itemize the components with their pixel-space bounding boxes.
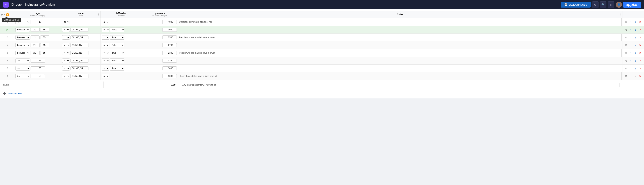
age-to-input[interactable] bbox=[40, 36, 49, 39]
age-to-input[interactable] bbox=[40, 28, 49, 32]
copy-row-button[interactable]: ⧉ bbox=[624, 66, 628, 70]
grid-button[interactable]: ⊞ bbox=[608, 2, 614, 8]
move-down-button[interactable]: ↓ bbox=[634, 43, 638, 47]
state-value-input[interactable] bbox=[70, 43, 88, 47]
ismarried-value-select[interactable]: TrueFalseany bbox=[110, 59, 124, 63]
ismarried-op-select[interactable]: =!=any bbox=[102, 74, 109, 78]
state-op-select[interactable]: =!=any bbox=[62, 28, 70, 32]
age-condition-select[interactable]: <=between>==any bbox=[16, 28, 30, 32]
ismarried-value-select[interactable]: TrueFalseany bbox=[110, 28, 124, 32]
move-down-button[interactable]: ↓ bbox=[634, 74, 638, 78]
delete-row-button[interactable]: ✕ bbox=[638, 66, 642, 70]
copy-row-button[interactable]: ⧉ bbox=[624, 51, 628, 55]
move-down-button[interactable]: ↓ bbox=[634, 51, 638, 55]
age-from-input[interactable] bbox=[30, 36, 40, 39]
premium-input[interactable] bbox=[162, 74, 177, 78]
premium-input[interactable] bbox=[162, 66, 177, 70]
move-up-button[interactable]: ↑ bbox=[629, 28, 633, 32]
add-row-button[interactable]: ➕ Add New Row bbox=[0, 90, 644, 97]
ismarried-op-select[interactable]: =!=any bbox=[102, 20, 109, 24]
age-col-menu[interactable]: ⋮ bbox=[58, 13, 60, 16]
age-to-input[interactable] bbox=[40, 43, 49, 47]
premium-input[interactable] bbox=[162, 20, 177, 24]
age-condition-select[interactable]: <=between>==any bbox=[16, 51, 30, 55]
ismarried-op-select[interactable]: =!=any bbox=[102, 66, 109, 71]
move-up-button[interactable]: ↑ bbox=[629, 51, 633, 55]
gear-button[interactable]: ⚙ bbox=[592, 2, 598, 8]
premium-col-menu[interactable]: ⋮ bbox=[174, 13, 177, 16]
user-avatar[interactable]: 👤 bbox=[616, 2, 622, 8]
ismarried-col-menu[interactable]: ⋮ bbox=[138, 13, 141, 16]
age-from-input[interactable] bbox=[30, 51, 40, 55]
ismarried-op-select[interactable]: =!=any bbox=[102, 59, 109, 63]
else-premium-input[interactable] bbox=[165, 83, 179, 87]
ismarried-value-select[interactable]: TrueFalseany bbox=[110, 66, 124, 71]
move-down-button[interactable]: ↓ bbox=[634, 20, 638, 24]
premium-input[interactable] bbox=[162, 43, 177, 47]
move-down-button[interactable]: ↓ bbox=[634, 59, 638, 63]
state-col-menu[interactable]: ⋮ bbox=[97, 13, 100, 16]
state-value-input[interactable] bbox=[70, 36, 88, 39]
save-changes-button[interactable]: 💾 SAVE CHANGES bbox=[561, 2, 590, 8]
state-value-input[interactable] bbox=[70, 51, 88, 55]
premium-input[interactable] bbox=[162, 28, 177, 32]
delete-row-button[interactable]: ✕ bbox=[638, 28, 642, 32]
age-value-input[interactable] bbox=[30, 74, 45, 78]
ismarried-value-select[interactable]: TrueFalseany bbox=[110, 43, 124, 47]
move-up-button[interactable]: ↑ bbox=[629, 66, 633, 70]
move-up-button[interactable]: ↑ bbox=[629, 36, 633, 39]
notes-col-menu[interactable]: ⋮ bbox=[619, 13, 622, 16]
state-op-select[interactable]: =!=any bbox=[62, 59, 70, 63]
copy-row-button[interactable]: ⧉ bbox=[624, 74, 628, 78]
age-value-input[interactable] bbox=[30, 59, 45, 63]
ismarried-op-select[interactable]: =!=any bbox=[102, 35, 109, 40]
search-button[interactable]: 🔍 bbox=[600, 2, 606, 8]
ismarried-op-select[interactable]: =!=any bbox=[102, 51, 109, 55]
state-op-select[interactable]: =!=any bbox=[62, 35, 70, 40]
delete-row-button[interactable]: ✕ bbox=[638, 51, 642, 55]
delete-row-button[interactable]: ✕ bbox=[638, 59, 642, 63]
copy-row-button[interactable]: ⧉ bbox=[624, 43, 628, 47]
move-down-button[interactable]: ↓ bbox=[634, 28, 638, 32]
delete-row-button[interactable]: ✕ bbox=[638, 74, 642, 78]
age-condition-select[interactable]: <=between>==any bbox=[16, 66, 30, 71]
age-condition-select[interactable]: <=between>==any bbox=[16, 20, 30, 24]
move-down-button[interactable]: ↓ bbox=[634, 36, 638, 39]
ismarried-op-select[interactable]: =!=any bbox=[102, 28, 109, 32]
age-condition-select[interactable]: <=between>==any bbox=[16, 35, 30, 40]
state-value-input[interactable] bbox=[70, 28, 88, 32]
ismarried-value-select[interactable]: TrueFalseany bbox=[110, 35, 124, 40]
state-value-input[interactable] bbox=[70, 59, 88, 63]
copy-row-button[interactable]: ⧉ bbox=[624, 59, 628, 63]
delete-row-button[interactable]: ✕ bbox=[638, 20, 642, 24]
ismarried-value-select[interactable]: TrueFalseany bbox=[110, 51, 124, 55]
state-value-input[interactable] bbox=[70, 74, 88, 78]
age-condition-select[interactable]: <=between>==any bbox=[16, 59, 30, 63]
age-from-input[interactable] bbox=[30, 28, 40, 32]
state-op-select[interactable]: =!=any bbox=[62, 66, 70, 71]
age-condition-select[interactable]: <=between>==any bbox=[16, 43, 30, 47]
state-value-input[interactable] bbox=[70, 66, 88, 70]
state-op-select[interactable]: =!=any bbox=[62, 74, 70, 78]
premium-input[interactable] bbox=[162, 59, 177, 63]
age-value-input[interactable] bbox=[30, 66, 45, 70]
copy-row-button[interactable]: ⧉ bbox=[624, 28, 628, 32]
state-op-select[interactable]: =!=any bbox=[62, 20, 70, 24]
move-up-button[interactable]: ↑ bbox=[629, 43, 633, 47]
delete-row-button[interactable]: ✕ bbox=[638, 36, 642, 39]
warning-icon[interactable]: ! bbox=[6, 13, 9, 16]
age-condition-select[interactable]: <=between>==any bbox=[16, 74, 30, 78]
copy-row-button[interactable]: ⧉ bbox=[624, 20, 628, 24]
age-to-input[interactable] bbox=[40, 51, 49, 55]
state-op-select[interactable]: =!=any bbox=[62, 43, 70, 47]
age-value-input[interactable] bbox=[30, 20, 45, 24]
age-from-input[interactable] bbox=[30, 43, 40, 47]
move-up-button[interactable]: ↑ bbox=[629, 74, 633, 78]
delete-row-button[interactable]: ✕ bbox=[638, 43, 642, 47]
premium-input[interactable] bbox=[162, 36, 177, 39]
move-down-button[interactable]: ↓ bbox=[634, 66, 638, 70]
state-op-select[interactable]: =!=any bbox=[62, 51, 70, 55]
premium-input[interactable] bbox=[162, 51, 177, 55]
move-up-button[interactable]: ↑ bbox=[629, 20, 633, 24]
copy-row-button[interactable]: ⧉ bbox=[624, 36, 628, 39]
